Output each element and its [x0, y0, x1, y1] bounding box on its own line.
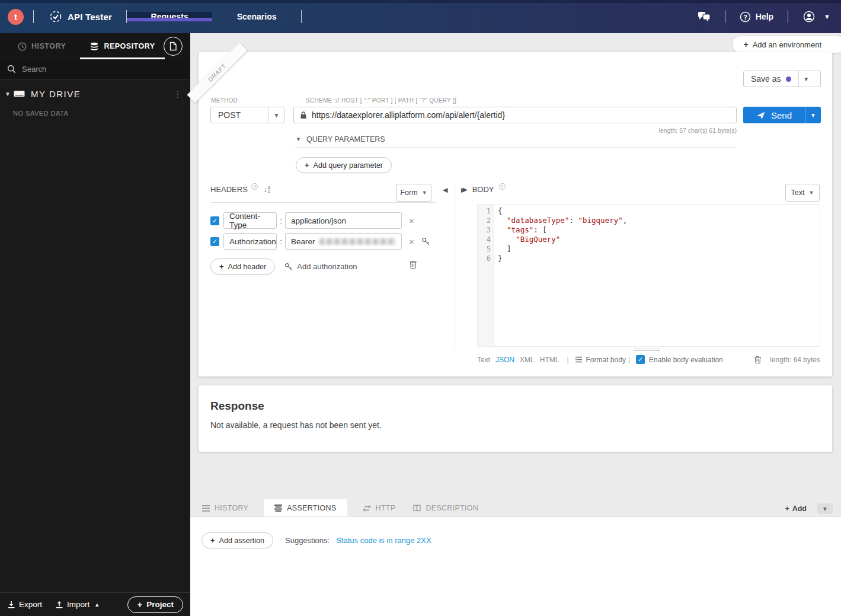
separator [301, 10, 302, 23]
header-name-input[interactable]: Content-Type [223, 212, 277, 229]
kebab-menu-icon[interactable]: ⋮ [171, 90, 184, 99]
add-header-label: Add header [228, 263, 267, 271]
save-as-main[interactable]: Save as [744, 71, 798, 87]
add-assertion-label: Add assertion [219, 537, 264, 545]
add-tab-label: Add [792, 505, 807, 513]
import-button[interactable]: Import ▲ [55, 600, 100, 609]
plus-icon: + [210, 536, 215, 545]
sidebar-tab-history[interactable]: HISTORY [18, 42, 66, 51]
query-parameters-toggle[interactable]: ▼ QUERY PARAMETERS [296, 135, 385, 143]
format-option-xml[interactable]: XML [520, 356, 535, 364]
tab-description[interactable]: DESCRIPTION [411, 500, 481, 516]
account-icon[interactable] [802, 10, 816, 23]
method-select[interactable]: POST ▼ [210, 107, 284, 123]
code-line: "tags": [ [498, 225, 820, 235]
caret-up-icon: ▲ [94, 602, 100, 608]
sidebar: HISTORY REPOSITORY [0, 33, 190, 616]
tab-http[interactable]: HTTP [360, 500, 398, 516]
separator: | [628, 356, 630, 364]
format-option-text[interactable]: Text [477, 356, 490, 364]
editor-resize-handle[interactable] [634, 347, 660, 352]
caret-right-icon[interactable]: ▶ [463, 186, 468, 193]
collapse-pane-left-icon[interactable]: ◀ [443, 186, 447, 194]
trash-icon[interactable] [409, 260, 417, 269]
body-editor[interactable]: 123456 { "databaseType": "bigquery", "ta… [477, 204, 820, 347]
download-icon [7, 601, 15, 609]
header-enabled-checkbox[interactable]: ✓ [210, 237, 219, 246]
key-icon[interactable] [421, 237, 430, 246]
redacted-token [319, 238, 396, 245]
account-caret-icon[interactable]: ▼ [824, 13, 830, 20]
add-assertion-button[interactable]: + Add assertion [202, 532, 273, 548]
my-drive-node[interactable]: ▼ MY DRIVE ⋮ [5, 89, 184, 99]
line-number: 4 [478, 235, 494, 244]
user-avatar[interactable]: t [8, 9, 24, 25]
format-option-html[interactable]: HTML [540, 356, 559, 364]
header-enabled-checkbox[interactable]: ✓ [210, 216, 219, 225]
save-as-button[interactable]: Save as ▼ [743, 71, 821, 87]
send-caret-icon[interactable]: ▼ [805, 107, 821, 123]
add-authorization-button[interactable]: Add authorization [284, 262, 357, 271]
help-icon[interactable]: ? [499, 183, 506, 190]
help-icon[interactable]: ? [251, 183, 258, 190]
remove-header-icon[interactable]: × [409, 216, 414, 226]
sidebar-tab-repository[interactable]: REPOSITORY [89, 33, 155, 59]
header-name-input[interactable]: Authorization [223, 233, 277, 250]
tab-description-label: DESCRIPTION [426, 504, 478, 512]
save-as-label: Save as [751, 74, 781, 84]
tab-assertions[interactable]: ASSERTIONS [264, 499, 347, 516]
app-logo[interactable]: API Tester [49, 10, 112, 23]
headers-view-dropdown[interactable]: Form ▼ [396, 184, 431, 202]
headers-section-title: HEADERS ? ↓AZ [210, 185, 270, 194]
header-value-input[interactable]: Bearer [285, 233, 402, 250]
search-input[interactable] [22, 65, 164, 74]
project-label: Project [146, 600, 174, 609]
body-evaluation-checkbox[interactable]: ✓ [636, 355, 645, 364]
format-body-button[interactable]: Format body [575, 356, 626, 364]
save-as-caret-icon[interactable]: ▼ [798, 71, 814, 87]
chat-icon[interactable] [698, 11, 711, 22]
add-authorization-label: Add authorization [297, 262, 357, 271]
nav-left: t API Tester Requests Scenarios [0, 0, 302, 33]
header-value-input[interactable]: application/json [285, 212, 402, 229]
main-area: + Add an environment DRAFT Save as ▼ MET… [190, 33, 841, 616]
body-length-info: length: 64 bytes [770, 356, 820, 364]
trash-icon[interactable] [754, 355, 762, 364]
colon-separator: : [277, 216, 284, 225]
separator [788, 10, 788, 23]
plus-icon: + [785, 505, 789, 513]
add-query-parameter-button[interactable]: + Add query parameter [296, 157, 392, 173]
url-input[interactable] [312, 110, 730, 120]
send-button[interactable]: Send ▼ [743, 107, 821, 123]
clock-icon [18, 42, 27, 51]
import-label: Import [67, 600, 89, 609]
remove-header-icon[interactable]: × [409, 237, 414, 247]
new-document-button[interactable] [164, 37, 183, 56]
layers-icon [274, 505, 282, 512]
new-project-button[interactable]: + Project [127, 596, 183, 613]
suggestion-link[interactable]: Status code is in range 2XX [336, 536, 431, 545]
collapse-panel-chevron-icon[interactable]: ▼ [817, 503, 833, 514]
code-line: "BigQuery" [498, 235, 820, 244]
tab-requests[interactable]: Requests [127, 12, 212, 21]
headers-actions: + Add header Add authorization [210, 258, 357, 275]
help-button[interactable]: ? Help [740, 11, 773, 23]
method-caret-icon[interactable]: ▼ [268, 107, 284, 123]
add-header-button[interactable]: + Add header [210, 258, 275, 275]
database-icon [89, 42, 99, 51]
add-tab-button[interactable]: + Add [785, 505, 807, 513]
format-option-json[interactable]: JSON [495, 356, 514, 364]
add-environment-button[interactable]: + Add an environment [732, 36, 841, 53]
tab-assertions-label: ASSERTIONS [287, 504, 336, 512]
body-code[interactable]: { "databaseType": "bigquery", "tags": [ … [494, 205, 820, 346]
expand-caret-icon[interactable]: ▼ [5, 91, 13, 97]
tab-scenarios[interactable]: Scenarios [212, 12, 301, 21]
code-line: { [498, 206, 820, 216]
export-button[interactable]: Export [7, 600, 42, 609]
tab-history[interactable]: HISTORY [200, 500, 251, 516]
upload-icon [55, 601, 63, 609]
sort-az-icon[interactable]: ↓AZ [264, 186, 270, 194]
pane-divider[interactable] [455, 184, 455, 350]
assertions-panel: + Add assertion Suggestions: Status code… [190, 516, 841, 616]
body-type-dropdown[interactable]: Text ▼ [785, 184, 820, 202]
